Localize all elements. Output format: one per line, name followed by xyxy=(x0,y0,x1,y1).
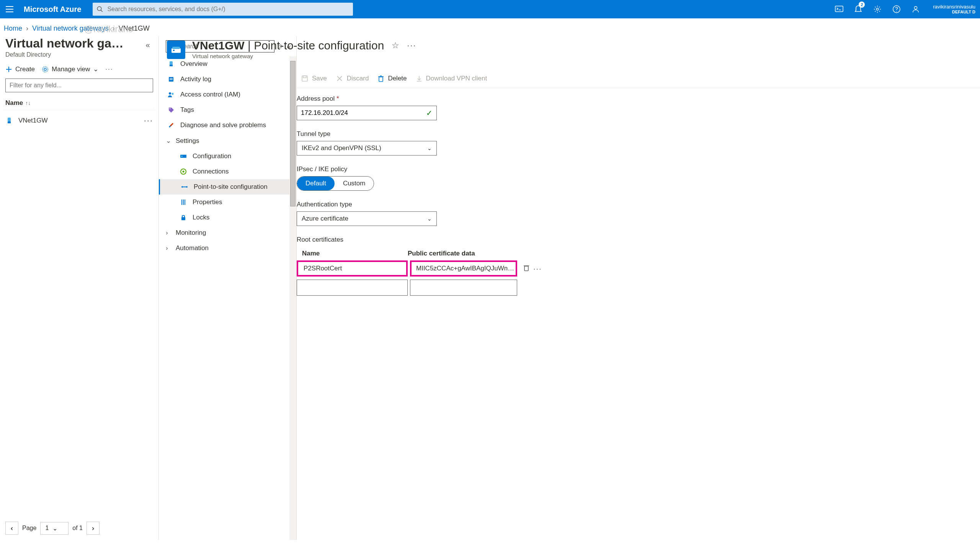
breadcrumb: Home › Virtual network gateways › VNet1G… xyxy=(0,18,980,36)
svg-rect-22 xyxy=(170,78,173,79)
blade-more-icon[interactable]: ··· xyxy=(407,41,416,51)
gear-icon xyxy=(42,66,49,73)
account-info[interactable]: ravikiransrinivasulu DEFAULT D xyxy=(928,4,978,15)
close-icon xyxy=(336,75,343,82)
discard-button[interactable]: Discard xyxy=(336,75,369,82)
page-select[interactable]: 1 ⌄ xyxy=(40,522,69,535)
save-button[interactable]: Save xyxy=(301,75,327,82)
breadcrumb-home[interactable]: Home xyxy=(4,25,22,33)
address-pool-input[interactable] xyxy=(301,109,426,117)
cert-name-cell[interactable]: P2SRootCert xyxy=(297,260,408,277)
svg-rect-0 xyxy=(6,6,13,7)
sort-asc-icon: ↑↓ xyxy=(25,100,31,106)
nav-connections[interactable]: Connections xyxy=(159,164,296,179)
download-vpn-button[interactable]: Download VPN client xyxy=(416,75,487,82)
help-icon[interactable] xyxy=(889,0,905,18)
svg-rect-5 xyxy=(835,6,843,12)
tag-icon xyxy=(167,106,175,114)
nav-settings-section[interactable]: ⌄ Settings xyxy=(159,133,296,149)
nav-locks[interactable]: Locks xyxy=(159,210,296,225)
menu-toggle[interactable] xyxy=(2,0,17,18)
nav-point-to-site[interactable]: Point-to-site configuration xyxy=(159,179,296,195)
delete-button[interactable]: Delete xyxy=(378,75,407,82)
svg-point-3 xyxy=(98,7,102,11)
notifications-icon[interactable]: 2 xyxy=(850,0,866,18)
column-header-name[interactable]: Name ↑↓ xyxy=(3,96,155,110)
svg-point-26 xyxy=(170,108,171,110)
svg-rect-41 xyxy=(302,76,307,81)
prev-page-button[interactable]: ‹ xyxy=(5,522,18,535)
next-page-button[interactable]: › xyxy=(87,522,100,535)
svg-rect-20 xyxy=(170,65,173,66)
nav-monitoring-section[interactable]: › Monitoring xyxy=(159,225,296,241)
ipsec-custom-option[interactable]: Custom xyxy=(335,177,374,190)
ipsec-toggle: Default Custom xyxy=(297,176,374,191)
connections-icon xyxy=(180,168,187,175)
svg-point-13 xyxy=(44,68,46,70)
svg-point-32 xyxy=(186,186,188,188)
cloud-shell-icon[interactable] xyxy=(831,0,847,18)
address-pool-field[interactable]: ✓ xyxy=(297,106,437,120)
svg-point-25 xyxy=(172,93,174,95)
nav-scroll: Overview Activity log Access control (IA… xyxy=(159,56,296,540)
svg-rect-45 xyxy=(379,77,383,82)
create-button[interactable]: Create xyxy=(5,65,35,73)
manage-view-button[interactable]: Manage view ⌄ xyxy=(42,65,98,73)
svg-line-4 xyxy=(101,10,103,12)
global-search[interactable] xyxy=(93,3,353,16)
main-columns: Virtual network ga… « Default Directory … xyxy=(0,36,980,540)
nav-tags[interactable]: Tags xyxy=(159,102,296,118)
feedback-icon[interactable] xyxy=(908,0,924,18)
resource-nav-panel: ⇳ « Overview Activity log Access control… xyxy=(159,36,297,540)
nav-activity-log[interactable]: Activity log xyxy=(159,72,296,87)
nav-automation-section[interactable]: › Automation xyxy=(159,241,296,256)
root-cert-table: Name Public certificate data P2SRootCert… xyxy=(297,247,972,296)
cert-col-name: Name xyxy=(297,250,408,257)
filter-input[interactable] xyxy=(5,79,153,92)
chevron-right-icon: › xyxy=(26,25,28,33)
nav-access-control[interactable]: Access control (IAM) xyxy=(159,87,296,102)
cert-data-cell-empty[interactable] xyxy=(410,280,517,296)
panel-subtitle: Default Directory xyxy=(3,51,155,64)
delete-row-icon[interactable] xyxy=(523,264,529,273)
settings-icon[interactable] xyxy=(869,0,885,18)
more-commands[interactable]: ··· xyxy=(105,65,113,73)
favorite-star-icon[interactable]: ☆ xyxy=(392,41,399,51)
chevron-right-icon: › xyxy=(113,25,115,33)
nav-diagnose[interactable]: Diagnose and solve problems xyxy=(159,118,296,133)
scrollbar-thumb[interactable] xyxy=(290,61,296,206)
svg-rect-16 xyxy=(8,121,11,123)
svg-rect-23 xyxy=(170,79,173,80)
account-directory: DEFAULT D xyxy=(933,10,975,15)
chevron-down-icon: ⌄ xyxy=(166,137,172,145)
left-command-bar: Create Manage view ⌄ ··· xyxy=(3,64,155,79)
search-icon xyxy=(96,6,103,13)
tunnel-type-select[interactable]: IKEv2 and OpenVPN (SSL) ⌄ xyxy=(297,141,437,155)
people-icon xyxy=(167,91,175,98)
panel-title: Virtual network ga… xyxy=(5,36,124,51)
scrollbar[interactable] xyxy=(289,56,296,540)
cert-data-cell[interactable]: MIIC5zCCAc+gAwIBAgIQJuWn… xyxy=(410,260,517,277)
nav-properties[interactable]: Properties xyxy=(159,195,296,210)
chevron-down-icon: ⌄ xyxy=(427,145,432,151)
svg-point-7 xyxy=(877,8,879,10)
account-name: ravikiransrinivasulu xyxy=(933,4,975,10)
global-search-input[interactable] xyxy=(103,6,349,13)
brand-label[interactable]: Microsoft Azure xyxy=(17,5,93,14)
nav-configuration[interactable]: Configuration xyxy=(159,149,296,164)
svg-rect-50 xyxy=(524,266,528,271)
svg-rect-28 xyxy=(181,155,183,157)
breadcrumb-gateways[interactable]: Virtual network gateways xyxy=(32,25,109,33)
auth-type-select[interactable]: Azure certificate ⌄ xyxy=(297,211,437,226)
row-more-icon[interactable]: ··· xyxy=(533,264,542,273)
root-cert-label: Root certificates xyxy=(297,236,972,244)
cert-name-cell-empty[interactable] xyxy=(297,280,408,296)
global-search-wrap xyxy=(93,3,353,16)
collapse-left-panel[interactable]: « xyxy=(142,39,153,50)
blade-content: VNet1GW | Point-to-site configuration ☆ … xyxy=(297,36,980,540)
chevron-down-icon: ⌄ xyxy=(427,216,432,222)
row-more-icon[interactable]: ··· xyxy=(144,116,153,126)
list-item[interactable]: VNet1GW ··· xyxy=(3,110,155,131)
resource-list-panel: Virtual network ga… « Default Directory … xyxy=(0,36,159,540)
ipsec-default-option[interactable]: Default xyxy=(297,177,335,190)
